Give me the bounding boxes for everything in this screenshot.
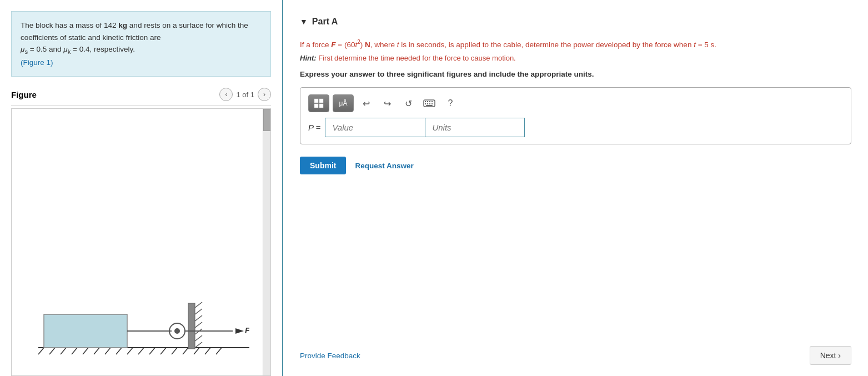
svg-line-1 [38,348,44,354]
keyboard-button[interactable] [420,94,438,112]
problem-info-box: The block has a mass of 142 kg and rests… [11,11,271,77]
svg-rect-46 [426,105,433,106]
svg-line-28 [195,335,202,341]
svg-rect-33 [314,99,318,103]
p-label: P = [308,123,320,132]
figure-title: Figure [11,90,37,99]
svg-line-13 [172,348,177,354]
svg-marker-31 [235,328,244,334]
scrollbar-thumb[interactable] [263,109,271,131]
keyboard-icon [423,99,435,107]
figure-link[interactable]: (Figure 1) [21,58,53,67]
answer-input-row: P = [308,118,843,137]
figure-prev-button[interactable]: ‹ [219,88,233,101]
figure-header: Figure ‹ 1 of 1 › [11,88,271,106]
value-input[interactable] [325,118,425,137]
svg-line-3 [61,348,66,354]
request-answer-link[interactable]: Request Answer [355,162,413,170]
refresh-button[interactable]: ↺ [399,94,417,112]
svg-line-4 [72,348,77,354]
provide-feedback-link[interactable]: Provide Feedback [300,352,360,360]
figure-section: Figure ‹ 1 of 1 › [11,88,271,376]
svg-line-24 [195,309,202,314]
svg-line-8 [116,348,122,354]
submit-button[interactable]: Submit [300,157,346,174]
svg-line-25 [195,315,202,321]
answer-box: μÅ ↩ ↪ ↺ ? [300,87,851,144]
svg-rect-34 [319,99,323,103]
svg-line-2 [49,348,55,354]
svg-line-9 [127,348,133,354]
svg-line-11 [149,348,155,354]
svg-rect-36 [319,104,323,108]
instruction-text: Express your answer to three significant… [300,70,851,78]
svg-rect-41 [432,101,433,102]
svg-line-7 [105,348,111,354]
hint-label: Hint: [300,54,317,62]
scrollbar[interactable] [263,109,270,375]
svg-rect-42 [425,103,426,104]
svg-rect-40 [429,101,430,102]
svg-rect-43 [427,103,428,104]
svg-rect-39 [427,101,428,102]
part-header: ▼ Part A [300,17,851,27]
matrix-icon [313,98,324,109]
svg-text:F: F [245,326,249,335]
svg-line-14 [183,348,188,354]
svg-rect-44 [429,103,430,104]
hint-text: Hint: First determine the time needed fo… [300,54,851,62]
svg-line-16 [205,348,210,354]
question-text: If a force F = (60t2) N, where t is in s… [300,38,851,51]
svg-line-17 [216,348,222,354]
problem-text: The block has a mass of 142 kg and rests… [21,21,248,67]
figure-diagram: F [12,109,270,375]
undo-button[interactable]: ↩ [357,94,375,112]
left-panel: The block has a mass of 142 kg and rests… [0,0,283,376]
figure-image-area: F [11,108,271,376]
svg-point-21 [174,328,180,334]
figure-page-indicator: 1 of 1 [236,91,254,99]
figure-next-button[interactable]: › [258,88,271,101]
matrix-button[interactable] [308,94,329,112]
figure-nav: ‹ 1 of 1 › [219,88,271,101]
part-collapse-arrow[interactable]: ▼ [300,17,308,26]
svg-rect-22 [188,303,195,349]
svg-line-6 [94,348,99,354]
mu-label: μÅ [339,99,348,107]
answer-toolbar: μÅ ↩ ↪ ↺ ? [308,94,843,112]
svg-rect-18 [44,314,127,348]
next-button[interactable]: Next › [810,346,851,365]
redo-button[interactable]: ↪ [378,94,396,112]
svg-rect-45 [432,103,433,104]
svg-line-10 [138,348,144,354]
svg-rect-38 [425,101,426,102]
svg-line-26 [195,322,202,328]
svg-line-29 [195,342,202,348]
svg-line-23 [195,302,202,308]
help-button[interactable]: ? [441,94,459,112]
units-input[interactable] [425,118,525,137]
right-panel: ▼ Part A If a force F = (60t2) N, where … [283,0,868,376]
bottom-bar: Provide Feedback Next › [300,329,851,365]
svg-rect-35 [314,104,318,108]
physics-diagram-svg: F [27,259,249,370]
action-row: Submit Request Answer [300,157,851,174]
mu-button[interactable]: μÅ [333,94,354,112]
svg-line-12 [160,348,166,354]
svg-line-5 [83,348,88,354]
part-title: Part A [312,17,338,27]
